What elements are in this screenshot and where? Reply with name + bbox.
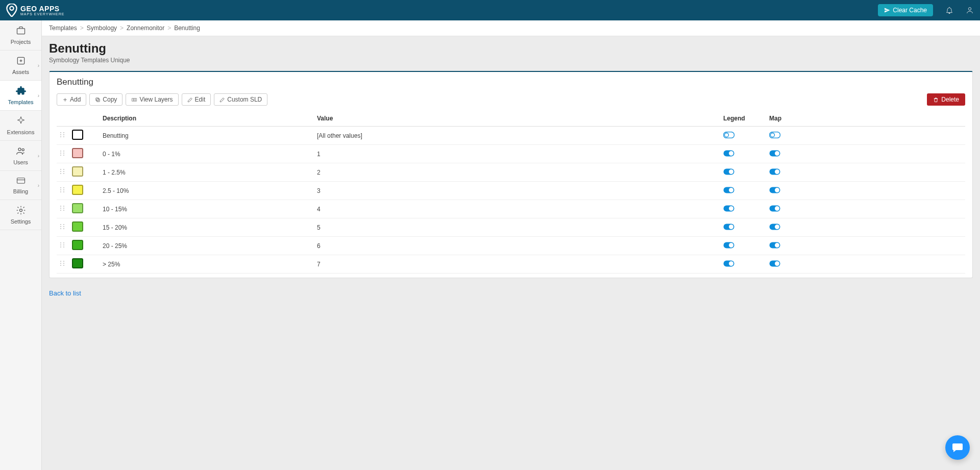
color-swatch[interactable] (72, 258, 83, 268)
add-button[interactable]: Add (57, 93, 86, 106)
svg-point-14 (60, 136, 61, 137)
drag-handle-icon[interactable] (60, 168, 65, 176)
svg-point-75 (63, 246, 64, 248)
plus-icon (62, 97, 68, 103)
svg-point-50 (60, 206, 61, 207)
svg-point-85 (63, 265, 64, 266)
color-swatch[interactable] (72, 203, 83, 213)
sidebar-item-assets[interactable]: Assets› (0, 51, 41, 81)
user-icon[interactable] (966, 6, 974, 14)
table-row[interactable]: 2.5 - 10%3 (57, 182, 965, 200)
drag-handle-icon[interactable] (60, 150, 65, 158)
legend-toggle[interactable] (723, 132, 734, 138)
color-swatch[interactable] (72, 240, 83, 250)
color-swatch[interactable] (72, 166, 83, 177)
sidebar-item-templates[interactable]: Templates› (0, 81, 41, 111)
delete-button[interactable]: Delete (927, 93, 965, 106)
clear-cache-button[interactable]: Clear Cache (878, 4, 933, 16)
main-content: Templates>Symbology>Zonnemonitor>Benutti… (42, 20, 980, 470)
table-row[interactable]: Benutting[All other values] (57, 127, 965, 145)
cell-description: 0 - 1% (100, 145, 314, 163)
table-row[interactable]: 15 - 20%5 (57, 218, 965, 237)
map-toggle[interactable] (769, 132, 780, 138)
top-header: GEO APPS MAPS EVERYWHERE Clear Cache (0, 0, 980, 20)
svg-point-17 (725, 133, 729, 137)
view-layers-button[interactable]: View Layers (126, 93, 178, 106)
legend-toggle[interactable] (723, 205, 734, 211)
svg-point-7 (19, 209, 22, 212)
bell-icon[interactable] (945, 6, 953, 14)
svg-point-0 (10, 7, 13, 10)
table-row[interactable]: > 25%7 (57, 255, 965, 274)
sidebar-item-users[interactable]: Users› (0, 141, 41, 171)
cell-value: 1 (314, 145, 720, 163)
cell-value: 3 (314, 182, 720, 200)
map-toggle[interactable] (769, 168, 780, 175)
breadcrumb-sep: > (120, 24, 124, 32)
table-row[interactable]: 10 - 15%4 (57, 200, 965, 218)
table-row[interactable]: 1 - 2.5%2 (57, 163, 965, 182)
sidebar-item-label: Extensions (7, 129, 35, 135)
sidebar: ProjectsAssets›Templates›ExtensionsUsers… (0, 20, 42, 470)
map-toggle[interactable] (769, 205, 780, 211)
legend-toggle[interactable] (723, 224, 734, 230)
svg-point-31 (63, 169, 64, 170)
sidebar-item-label: Templates (8, 99, 33, 105)
drag-handle-icon[interactable] (60, 242, 65, 250)
color-swatch[interactable] (72, 221, 83, 232)
map-toggle[interactable] (769, 260, 780, 266)
drag-handle-icon[interactable] (60, 224, 65, 231)
color-swatch[interactable] (72, 185, 83, 195)
table-row[interactable]: 0 - 1%1 (57, 145, 965, 163)
map-toggle[interactable] (769, 224, 780, 230)
svg-point-84 (60, 265, 61, 266)
symbology-card: Benutting Add Copy View Layers (49, 71, 973, 278)
sidebar-item-label: Billing (13, 188, 28, 194)
drag-handle-icon[interactable] (60, 187, 65, 194)
custom-sld-button[interactable]: Custom SLD (214, 93, 267, 106)
svg-point-20 (60, 151, 61, 152)
color-swatch[interactable] (72, 148, 83, 158)
table-row[interactable]: 20 - 25%6 (57, 237, 965, 255)
svg-point-62 (60, 226, 61, 227)
chat-fab[interactable] (945, 435, 970, 460)
sidebar-item-projects[interactable]: Projects (0, 20, 41, 51)
svg-point-42 (60, 189, 61, 190)
back-to-list-link[interactable]: Back to list (49, 289, 81, 297)
legend-toggle[interactable] (723, 150, 734, 156)
copy-button[interactable]: Copy (89, 93, 122, 106)
sidebar-item-extensions[interactable]: Extensions (0, 111, 41, 141)
drag-handle-icon[interactable] (60, 132, 65, 139)
svg-point-71 (63, 242, 64, 243)
sidebar-item-settings[interactable]: Settings (0, 200, 41, 230)
svg-point-40 (60, 187, 61, 188)
breadcrumb-item[interactable]: Zonnemonitor (127, 24, 164, 32)
legend-toggle[interactable] (723, 168, 734, 175)
paper-plane-icon (884, 7, 890, 13)
color-swatch[interactable] (72, 130, 83, 140)
svg-point-32 (60, 171, 61, 172)
logo[interactable]: GEO APPS MAPS EVERYWHERE (6, 4, 64, 17)
svg-point-33 (63, 171, 64, 172)
svg-point-77 (729, 243, 733, 248)
drag-handle-icon[interactable] (60, 205, 65, 213)
breadcrumb-item[interactable]: Templates (49, 24, 77, 32)
legend-toggle[interactable] (723, 187, 734, 193)
puzzle-icon (15, 86, 27, 97)
cell-value: 5 (314, 218, 720, 237)
cell-value: 4 (314, 200, 720, 218)
legend-toggle[interactable] (723, 242, 734, 248)
legend-toggle[interactable] (723, 260, 734, 266)
edit-button[interactable]: Edit (182, 93, 211, 106)
drag-handle-icon[interactable] (60, 260, 65, 268)
map-toggle[interactable] (769, 187, 780, 193)
map-toggle[interactable] (769, 242, 780, 248)
sidebar-item-billing[interactable]: Billing› (0, 171, 41, 200)
copy-icon (95, 97, 101, 103)
map-toggle[interactable] (769, 150, 780, 156)
svg-point-19 (771, 133, 775, 137)
svg-point-65 (63, 228, 64, 229)
svg-point-15 (63, 136, 64, 137)
breadcrumb: Templates>Symbology>Zonnemonitor>Benutti… (42, 20, 980, 36)
breadcrumb-item[interactable]: Symbology (87, 24, 117, 32)
